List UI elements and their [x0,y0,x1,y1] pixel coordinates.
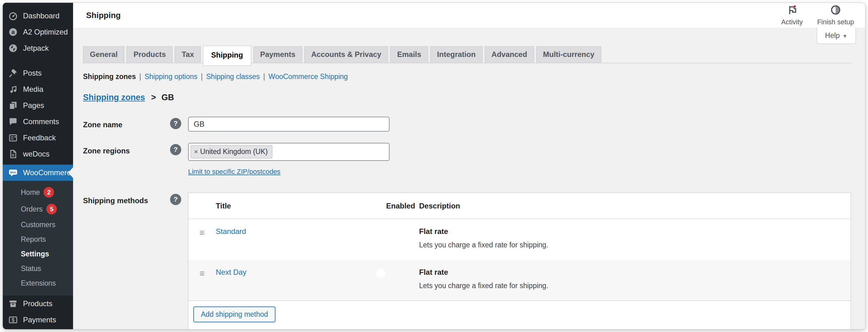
method-description: Lets you charge a fixed rate for shippin… [419,241,850,249]
sidebar-separator [3,56,73,65]
column-title: Title [216,202,386,210]
sidebar-item-payments[interactable]: $ Payments [3,312,73,328]
submenu-item-status[interactable]: Status [3,261,73,276]
tab-advanced[interactable]: Advanced [485,46,534,63]
pages-icon [8,101,18,110]
subnav-shipping-classes[interactable]: Shipping classes [206,73,260,81]
sidebar-item-label: Feedback [23,134,56,142]
dollar-card-icon: $ [8,315,18,325]
tab-payments[interactable]: Payments [253,46,302,63]
sidebar-item-posts[interactable]: Posts [3,65,73,81]
subnav-woocommerce-shipping[interactable]: WooCommerce Shipping [269,73,348,81]
finish-setup-label: Finish setup [817,18,854,26]
zone-regions-label: Zone regions [83,143,170,155]
sidebar-item-feedback[interactable]: Feedback [3,130,73,146]
pushpin-icon [8,68,18,78]
tab-multi-currency[interactable]: Multi-currency [536,46,601,63]
zone-name-input[interactable] [188,117,390,132]
sidebar-item-media[interactable]: Media [3,81,73,98]
tab-emails[interactable]: Emails [390,46,428,63]
table-row: ≡ Standard Flat rate Lets you charge a f… [188,219,850,260]
speech-bubble-icon [8,117,18,126]
sidebar-item-woocommerce[interactable]: Woo WooCommerce [3,165,73,181]
limit-postcodes-link[interactable]: Limit to specific ZIP/postcodes [188,168,280,176]
topbar-actions: Activity Finish setup [781,5,854,26]
help-tip-icon[interactable]: ? [170,144,181,155]
add-shipping-method-button[interactable]: Add shipping method [193,306,275,322]
subnav-shipping-options[interactable]: Shipping options [145,73,197,81]
sidebar-item-label: A2 Optimized [23,28,68,36]
sidebar-item-label: Media [23,85,43,94]
zone-regions-row: Zone regions ? × United Kingdom (UK) Lim… [83,143,851,176]
submenu-item-orders[interactable]: Orders 5 [3,201,73,218]
sidebar-item-label: Products [23,299,53,308]
zone-regions-select[interactable]: × United Kingdom (UK) [188,143,390,161]
table-footer: Add shipping method [188,301,850,329]
submenu-item-extensions[interactable]: Extensions [3,276,73,290]
zone-name-row: Zone name ? [83,117,851,132]
tab-shipping[interactable]: Shipping [203,46,251,66]
tab-accounts-privacy[interactable]: Accounts & Privacy [304,46,388,63]
table-row: ≡ Next Day Flat rate Lets you charge a f… [188,260,850,301]
sidebar-item-pages[interactable]: Pages [3,98,73,114]
submenu-item-customers[interactable]: Customers [3,218,73,232]
current-menu-arrow-icon [68,167,73,178]
breadcrumb-current-zone: GB [161,93,174,102]
activity-button[interactable]: Activity [781,5,803,26]
svg-text:Woo: Woo [10,171,16,174]
progress-circle-icon [830,5,841,17]
tab-products[interactable]: Products [127,46,173,63]
a2-logo-icon: a [8,27,18,37]
shipping-methods-table: Title Enabled Description ≡ Standard Fla… [188,193,851,329]
woocommerce-icon: Woo [8,168,18,177]
breadcrumb-shipping-zones-link[interactable]: Shipping zones [83,93,145,102]
form-icon [8,133,18,142]
sidebar-item-dashboard[interactable]: Dashboard [3,8,73,24]
method-next-day-link[interactable]: Next Day [216,268,247,276]
document-icon [8,149,18,159]
sidebar-item-wedocs[interactable]: weDocs [3,146,73,162]
tab-tax[interactable]: Tax [175,46,201,63]
dashboard-icon [8,11,18,21]
sidebar-item-analytics[interactable]: Analytics [3,328,73,330]
zone-regions-field: × United Kingdom (UK) Limit to specific … [188,143,390,176]
shipping-methods-label: Shipping methods [83,193,170,205]
sidebar-item-comments[interactable]: Comments [3,114,73,130]
drag-handle-icon[interactable]: ≡ [188,227,216,249]
activity-label: Activity [781,18,803,26]
sidebar-item-a2-optimized[interactable]: a A2 Optimized [3,24,73,40]
remove-region-icon[interactable]: × [194,148,198,156]
settings-content: General Products Tax Shipping Payments A… [73,28,865,329]
jetpack-icon [8,44,18,53]
submenu-item-home[interactable]: Home 2 [3,184,73,201]
sidebar-item-label: Comments [23,117,59,126]
subnav-separator: | [263,73,265,81]
method-description: Lets you charge a fixed rate for shippin… [419,282,850,290]
region-chip-label: United Kingdom (UK) [200,147,268,156]
sidebar-item-products[interactable]: Products [3,296,73,312]
region-chip: × United Kingdom (UK) [191,145,272,158]
subnav-separator: | [139,73,141,81]
help-dropdown[interactable]: Help▼ [817,28,856,44]
drag-handle-icon[interactable]: ≡ [188,268,216,290]
method-type: Flat rate [419,227,850,236]
submenu-item-reports[interactable]: Reports [3,232,73,247]
method-standard-link[interactable]: Standard [216,227,246,236]
zone-name-label: Zone name [83,117,170,129]
svg-text:$: $ [11,317,14,323]
tab-integration[interactable]: Integration [430,46,483,63]
sidebar-item-jetpack[interactable]: Jetpack [3,40,73,56]
admin-sidebar: Dashboard a A2 Optimized Jetpack Posts M [3,3,73,329]
method-type: Flat rate [419,268,850,277]
tab-general[interactable]: General [83,46,124,63]
sidebar-item-label: Payments [23,315,56,324]
app-window: Dashboard a A2 Optimized Jetpack Posts M [2,2,866,330]
sidebar-item-label: Posts [23,69,42,78]
help-tip-icon[interactable]: ? [170,118,181,129]
finish-setup-button[interactable]: Finish setup [817,5,854,26]
subnav-shipping-zones[interactable]: Shipping zones [83,73,136,81]
submenu-item-settings[interactable]: Settings [3,247,73,261]
table-header: Title Enabled Description [188,193,850,219]
help-tip-icon[interactable]: ? [170,194,181,205]
archive-box-icon [8,299,18,308]
